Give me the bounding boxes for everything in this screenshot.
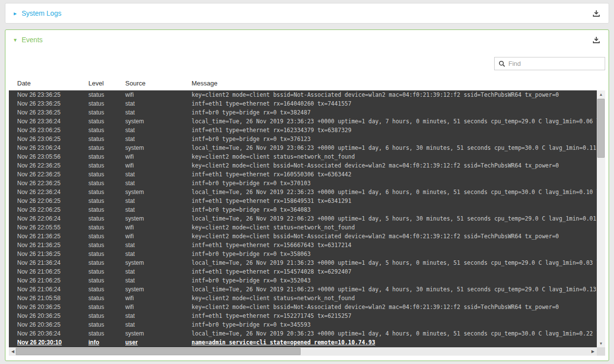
log-cell-msg: local_time=Tue, 26 Nov 2019 21:06:23 +00… bbox=[192, 285, 597, 294]
log-cell-source: stat bbox=[125, 126, 192, 135]
log-cell-level: status bbox=[88, 267, 125, 276]
log-cell-source: stat bbox=[125, 135, 192, 143]
scroll-up-icon[interactable]: ▲ bbox=[597, 90, 605, 98]
log-cell-source: wifi bbox=[125, 90, 192, 99]
log-cell-msg: key=client2 mode=client status=network_n… bbox=[192, 152, 597, 161]
log-row[interactable]: Nov 26 23:05:56statuswifikey=client2 mod… bbox=[9, 152, 597, 161]
search-icon bbox=[499, 60, 505, 67]
log-cell-level: status bbox=[88, 311, 125, 320]
log-cell-level: status bbox=[88, 135, 125, 143]
log-cell-level: status bbox=[88, 250, 125, 258]
log-cell-msg: intf=eth1 type=ethernet rx=154574028 tx=… bbox=[192, 267, 597, 276]
log-cell-level: status bbox=[88, 329, 125, 338]
column-header-level: Level bbox=[88, 80, 125, 87]
log-cell-date: Nov 26 20:30:10 bbox=[17, 338, 88, 347]
log-row[interactable]: Nov 26 20:36:25statuswifikey=client2 mod… bbox=[9, 303, 597, 311]
log-row[interactable]: Nov 26 23:06:25statusstatintf=br0 type=b… bbox=[9, 135, 597, 143]
log-row[interactable]: Nov 26 23:06:24statussystemlocal_time=Tu… bbox=[9, 143, 597, 152]
log-row[interactable]: Nov 26 21:36:24statussystemlocal_time=Tu… bbox=[9, 258, 597, 267]
log-cell-source: system bbox=[125, 214, 192, 223]
log-cell-source: user bbox=[125, 338, 192, 347]
log-row[interactable]: Nov 26 20:36:24statussystemlocal_time=Tu… bbox=[9, 329, 597, 338]
log-cell-source: stat bbox=[125, 108, 192, 117]
log-row[interactable]: Nov 26 23:36:25statusstatintf=eth1 type=… bbox=[9, 99, 597, 108]
log-row[interactable]: Nov 26 22:06:25statusstatintf=br0 type=b… bbox=[9, 205, 597, 214]
log-row[interactable]: Nov 26 23:06:25statusstatintf=eth1 type=… bbox=[9, 126, 597, 135]
log-cell-source: stat bbox=[125, 320, 192, 329]
log-cell-date: Nov 26 22:36:25 bbox=[17, 179, 88, 188]
log-cell-msg: local_time=Tue, 26 Nov 2019 22:06:23 +00… bbox=[192, 214, 597, 223]
log-row[interactable]: Nov 26 21:36:25statusstatintf=br0 type=b… bbox=[9, 250, 597, 258]
system-logs-download-button[interactable] bbox=[591, 8, 601, 18]
log-row[interactable]: Nov 26 20:36:25statusstatintf=br0 type=b… bbox=[9, 320, 597, 329]
events-panel: ▼ Events Date Level Source Message Nov 2… bbox=[5, 29, 609, 361]
log-row[interactable]: Nov 26 21:06:25statusstatintf=br0 type=b… bbox=[9, 276, 597, 285]
horizontal-scrollbar-thumb[interactable] bbox=[16, 348, 301, 355]
events-download-button[interactable] bbox=[591, 35, 601, 45]
log-cell-date: Nov 26 21:36:24 bbox=[17, 258, 88, 267]
log-cell-msg: local_time=Tue, 26 Nov 2019 22:36:23 +00… bbox=[192, 188, 597, 196]
log-row[interactable]: Nov 26 22:36:25statusstatintf=eth1 type=… bbox=[9, 170, 597, 179]
log-cell-source: stat bbox=[125, 99, 192, 108]
log-row[interactable]: Nov 26 22:06:25statusstatintf=eth1 type=… bbox=[9, 196, 597, 205]
log-row[interactable]: Nov 26 22:06:24statussystemlocal_time=Tu… bbox=[9, 214, 597, 223]
system-logs-panel-header[interactable]: ► System Logs bbox=[5, 3, 609, 23]
log-cell-date: Nov 26 22:06:24 bbox=[17, 214, 88, 223]
log-row[interactable]: Nov 26 21:06:25statusstatintf=eth1 type=… bbox=[9, 267, 597, 276]
log-row[interactable]: Nov 26 23:36:25statusstatintf=br0 type=b… bbox=[9, 108, 597, 117]
log-cell-source: stat bbox=[125, 170, 192, 179]
log-cell-level: status bbox=[88, 258, 125, 267]
log-cell-date: Nov 26 20:36:25 bbox=[17, 311, 88, 320]
horizontal-scrollbar[interactable]: ◀ ▶ bbox=[9, 347, 597, 356]
log-row[interactable]: Nov 26 21:36:25statusstatintf=eth1 type=… bbox=[9, 241, 597, 250]
log-row[interactable]: Nov 26 20:36:25statusstatintf=eth1 type=… bbox=[9, 311, 597, 320]
log-cell-source: system bbox=[125, 329, 192, 338]
log-cell-source: wifi bbox=[125, 303, 192, 311]
find-box bbox=[494, 57, 605, 70]
collapse-caret-icon: ▼ bbox=[13, 37, 22, 43]
log-cell-date: Nov 26 22:05:55 bbox=[17, 223, 88, 232]
log-cell-source: system bbox=[125, 117, 192, 126]
log-viewport: Nov 26 23:36:25statuswifikey=client2 mod… bbox=[9, 90, 605, 347]
log-cell-level: status bbox=[88, 143, 125, 152]
log-cell-msg: local_time=Tue, 26 Nov 2019 23:36:23 +00… bbox=[192, 117, 597, 126]
log-cell-msg: name=admin service=cli state=opened remo… bbox=[192, 338, 597, 347]
log-cell-source: system bbox=[125, 143, 192, 152]
log-row[interactable]: Nov 26 20:30:10infousername=admin servic… bbox=[9, 338, 597, 347]
find-input[interactable] bbox=[508, 60, 601, 67]
log-row[interactable]: Nov 26 22:36:25statusstatintf=br0 type=b… bbox=[9, 179, 597, 188]
vertical-scrollbar[interactable]: ▲ ▼ bbox=[597, 90, 605, 347]
log-cell-msg: intf=br0 type=bridge rx=0 tx=345593 bbox=[192, 320, 597, 329]
log-cell-msg: key=client2 mode=client bssid=Not-Associ… bbox=[192, 161, 597, 170]
column-header-date: Date bbox=[17, 80, 88, 87]
log-cell-source: stat bbox=[125, 205, 192, 214]
log-row[interactable]: Nov 26 22:05:55statuswifikey=client2 mod… bbox=[9, 223, 597, 232]
scroll-down-icon[interactable]: ▼ bbox=[597, 339, 605, 347]
scroll-right-icon[interactable]: ▶ bbox=[589, 347, 597, 356]
log-cell-level: status bbox=[88, 117, 125, 126]
log-cell-level: status bbox=[88, 170, 125, 179]
log-row[interactable]: Nov 26 22:36:24statussystemlocal_time=Tu… bbox=[9, 188, 597, 196]
log-cell-source: wifi bbox=[125, 223, 192, 232]
log-row[interactable]: Nov 26 23:36:25statuswifikey=client2 mod… bbox=[9, 90, 597, 99]
log-row[interactable]: Nov 26 21:06:24statussystemlocal_time=Tu… bbox=[9, 285, 597, 294]
log-cell-date: Nov 26 22:06:25 bbox=[17, 196, 88, 205]
log-cell-msg: local_time=Tue, 26 Nov 2019 20:36:23 +00… bbox=[192, 329, 597, 338]
log-cell-source: wifi bbox=[125, 161, 192, 170]
log-cell-source: stat bbox=[125, 196, 192, 205]
log-cell-level: status bbox=[88, 152, 125, 161]
system-logs-panel: ► System Logs bbox=[5, 3, 609, 24]
log-cell-source: system bbox=[125, 188, 192, 196]
log-row[interactable]: Nov 26 21:05:58statuswifikey=client2 mod… bbox=[9, 294, 597, 303]
log-cell-date: Nov 26 23:06:25 bbox=[17, 126, 88, 135]
events-panel-header[interactable]: ▼ Events bbox=[5, 30, 609, 50]
column-header-message: Message bbox=[192, 80, 605, 87]
log-row[interactable]: Nov 26 23:36:24statussystemlocal_time=Tu… bbox=[9, 117, 597, 126]
log-row[interactable]: Nov 26 21:36:25statuswifikey=client2 mod… bbox=[9, 232, 597, 241]
log-cell-date: Nov 26 22:36:25 bbox=[17, 161, 88, 170]
vertical-scrollbar-thumb[interactable] bbox=[597, 99, 605, 158]
find-row bbox=[9, 57, 605, 70]
column-headers: Date Level Source Message bbox=[9, 75, 605, 87]
log-cell-level: status bbox=[88, 294, 125, 303]
log-row[interactable]: Nov 26 22:36:25statuswifikey=client2 mod… bbox=[9, 161, 597, 170]
